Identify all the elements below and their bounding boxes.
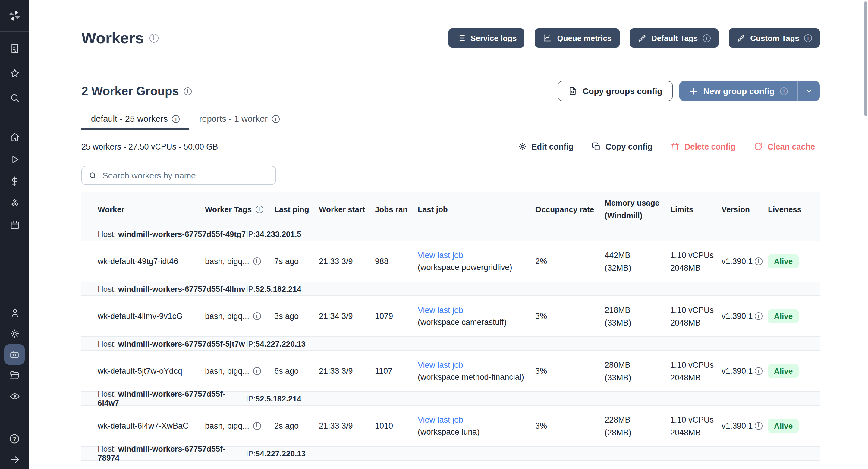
occupancy-rate: 2% [535,257,604,266]
queue-metrics-button[interactable]: Queue metrics [535,28,619,48]
info-icon[interactable] [253,422,261,430]
new-group-config-dropdown[interactable] [798,81,820,101]
info-icon[interactable] [755,312,763,320]
jobs-ran: 1107 [375,367,418,376]
list-icon [456,33,466,43]
host-name: Host: windmill-workers-67757d55f-4llmv [82,284,246,293]
search-input[interactable] [102,170,269,180]
info-icon[interactable] [149,33,158,42]
view-last-job-link[interactable]: View last job [418,304,530,316]
info-icon[interactable] [804,34,812,42]
info-icon[interactable] [253,257,261,265]
info-icon[interactable] [255,205,263,213]
sidebar-collapse-toggle[interactable] [5,450,24,468]
sidebar-item-workspace[interactable] [5,39,24,57]
new-group-config-split-button: New group config [679,81,820,101]
col-worker: Worker [82,205,205,214]
dollar-icon [9,175,20,187]
copy-groups-config-label: Copy groups config [583,86,662,96]
sidebar-item-workers[interactable] [4,344,25,365]
sidebar-item-search[interactable] [5,89,24,107]
worker-row: wk-default-49tg7-idt46 bash, bigq... 7s … [82,241,820,282]
info-icon[interactable] [755,257,763,265]
new-group-config-button[interactable]: New group config [679,81,798,101]
table-header-row: Worker Worker Tags Last ping Worker star… [82,192,820,227]
custom-tags-button[interactable]: Custom Tags [728,28,820,48]
sidebar-item-help[interactable]: ? [5,430,24,448]
group-summary-row: 25 workers - 27.50 vCPUs - 50.00 GB Edit… [82,139,820,154]
worker-row: wk-default-5jt7w-oYdcq bash, bigq... 6s … [82,351,820,391]
info-icon[interactable] [172,115,180,123]
service-logs-button[interactable]: Service logs [448,28,524,48]
worker-robot-icon [8,348,21,361]
copy-config-button[interactable]: Copy config [587,139,657,154]
sidebar-item-audit-logs[interactable] [5,387,24,405]
version: v1.390.1 [721,421,768,430]
host-name: Host: windmill-workers-67757d55f-78974 [82,444,246,462]
info-icon[interactable] [703,34,710,42]
jobs-ran: 1079 [375,312,418,321]
edit-config-button[interactable]: Edit config [513,139,578,154]
header-buttons: Service logs Queue metrics Default Tags [448,28,820,48]
pencil-icon [638,33,647,42]
occupancy-rate: 3% [535,367,604,376]
service-logs-label: Service logs [470,33,517,42]
view-last-job-link[interactable]: View last job [418,414,530,426]
page-header: Workers Service logs Queue metri [82,28,820,48]
sidebar-item-home[interactable] [5,128,24,146]
default-tags-button[interactable]: Default Tags [629,28,718,48]
worker-tags: bash, bigq... [205,257,274,266]
liveness: Alive [768,364,820,378]
info-icon[interactable] [253,312,261,320]
host-ip: IP:52.5.182.214 [246,394,301,403]
info-icon[interactable] [755,422,763,430]
group-actions: Edit config Copy config [513,139,820,154]
col-occupancy: Occupancy rate [535,205,604,214]
last-ping: 3s ago [274,312,319,321]
col-worker-start: Worker start [319,205,375,214]
folder-icon [9,369,20,381]
groups-title-text: 2 Worker Groups [82,84,179,98]
info-icon[interactable] [253,367,261,375]
info-icon[interactable] [184,87,192,95]
sidebar-item-variables[interactable] [5,172,24,190]
info-icon[interactable] [272,115,280,123]
last-job-workspace: (workspace method-financial) [418,371,530,383]
tab-reports[interactable]: reports - 1 worker [190,114,289,130]
host-name: Host: windmill-workers-67757d55f-6l4w7 [82,389,246,408]
delete-config-button[interactable]: Delete config [666,139,741,154]
info-icon[interactable] [755,367,763,375]
info-icon[interactable] [780,87,788,95]
building-icon [9,42,20,54]
file-code-icon [567,86,577,96]
view-last-job-link[interactable]: View last job [418,359,530,371]
custom-tags-label: Custom Tags [750,33,799,42]
search-icon [89,171,97,180]
liveness: Alive [768,419,820,433]
sidebar-item-runs[interactable] [5,150,24,168]
sidebar-item-folders[interactable] [5,366,24,384]
windmill-logo[interactable] [0,0,29,32]
liveness: Alive [768,309,820,323]
view-last-job-link[interactable]: View last job [418,249,530,261]
clean-cache-button[interactable]: Clean cache [749,139,820,154]
memory-usage: 228MB(28MB) [604,413,670,439]
tab-default[interactable]: default - 25 workers [82,114,190,130]
sidebar-item-schedules[interactable] [5,216,24,234]
chart-icon [542,33,552,43]
refresh-icon [753,142,763,151]
last-job: View last job (workspace powergridlive) [418,249,535,273]
vertical-scrollbar[interactable] [864,1,867,116]
windmill-logo-icon [7,8,22,23]
default-tags-label: Default Tags [651,33,698,42]
sidebar-item-resources[interactable] [5,194,24,212]
new-group-config-label: New group config [704,86,775,96]
worker-start: 21:33 3/9 [319,257,375,266]
sidebar-item-settings[interactable] [5,324,24,342]
worker-search [82,166,276,185]
copy-groups-config-button[interactable]: Copy groups config [557,81,673,101]
jobs-ran: 1010 [375,421,418,430]
sidebar-item-favorites[interactable] [5,64,24,82]
last-job-workspace: (workspace powergridlive) [418,261,530,273]
sidebar-item-users[interactable] [5,304,24,322]
